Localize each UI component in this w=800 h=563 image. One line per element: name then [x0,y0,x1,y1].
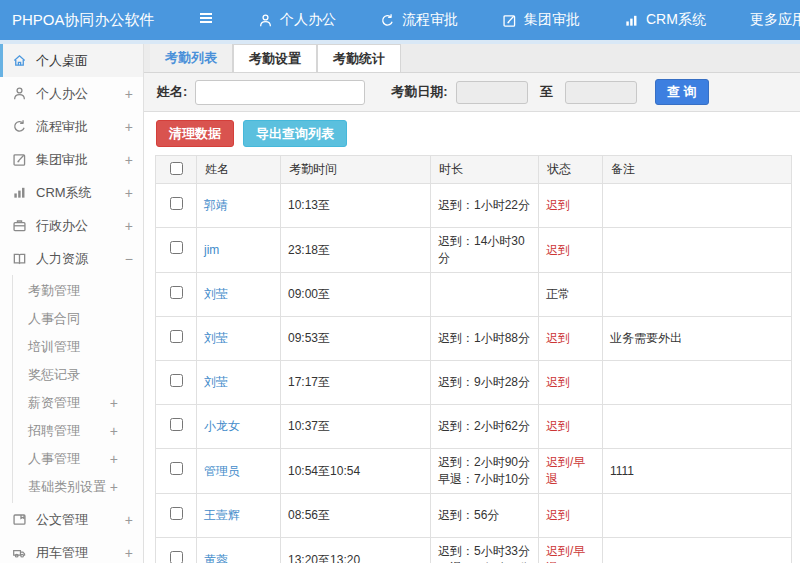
row-checkbox[interactable] [170,286,183,299]
row-select-cell [156,449,197,494]
duration-cell: 迟到：5小时33分早退：4小时67分 [431,538,539,563]
employee-name-link[interactable]: 刘莹 [204,287,228,301]
remark-cell [603,361,792,405]
status-cell: 正常 [539,273,603,317]
duration-line: 迟到：1小时22分 [438,197,531,214]
remark-cell: 1111 [603,449,792,494]
row-select-cell [156,273,197,317]
sidebar-subitem-label: 薪资管理 [28,394,80,412]
sidebar-toggle-button[interactable] [198,11,214,29]
date-from-input[interactable] [456,81,528,104]
sidebar-subitem-personnel-management[interactable]: 人事管理 + [13,445,143,473]
sidebar-subitem-base-category-settings[interactable]: 基础类别设置 + [13,473,143,501]
nav-process-approval[interactable]: 流程审批 [380,11,458,29]
duration-cell: 迟到：9小时28分 [431,361,539,405]
expand-plus-icon[interactable]: + [110,395,118,411]
sidebar-item-human-resources[interactable]: 人力资源 − [0,242,143,275]
sidebar-item-label: 个人办公 [36,85,88,103]
row-checkbox[interactable] [170,418,183,431]
row-checkbox[interactable] [170,551,183,563]
clean-data-button[interactable]: 清理数据 [156,120,234,147]
status-cell: 迟到 [539,361,603,405]
tab-attendance-statistics[interactable]: 考勤统计 [317,44,401,72]
sidebar-subitem-training-management[interactable]: 培训管理 [13,333,143,361]
export-list-button[interactable]: 导出查询列表 [243,120,347,147]
duration-line: 迟到：9小时28分 [438,374,531,391]
expand-plus-icon[interactable]: + [110,451,118,467]
sidebar-item-personal-office[interactable]: 个人办公 + [0,77,143,110]
employee-name-link[interactable]: 黄蓉 [204,553,228,563]
status-badge: 迟到/早退 [546,455,585,486]
attendance-table-wrap: 姓名 考勤时间 时长 状态 备注 郭靖10:13至迟到：1小时22分迟到jim2… [144,155,800,563]
name-filter-input[interactable] [195,80,365,105]
nav-personal-office[interactable]: 个人办公 [258,11,336,29]
row-checkbox[interactable] [170,462,183,475]
row-checkbox[interactable] [170,330,183,343]
expand-plus-icon[interactable]: + [125,119,133,135]
process-icon [380,13,395,28]
employee-name-link[interactable]: 刘莹 [204,375,228,389]
tab-attendance-list[interactable]: 考勤列表 [150,44,233,72]
employee-name-link[interactable]: 管理员 [204,464,240,478]
sidebar-subitem-reward-punishment[interactable]: 奖惩记录 [13,361,143,389]
employee-name-link[interactable]: jim [204,243,219,257]
select-all-cell [156,156,197,184]
tab-attendance-settings[interactable]: 考勤设置 [233,44,317,72]
duration-line: 迟到：5小时33分 [438,543,531,560]
row-checkbox[interactable] [170,507,183,520]
row-checkbox[interactable] [170,197,183,210]
expand-plus-icon[interactable]: + [125,86,133,102]
expand-plus-icon[interactable]: + [125,185,133,201]
sidebar-subitem-label: 人事合同 [28,310,80,328]
collapse-minus-icon[interactable]: − [125,251,133,267]
duration-cell: 迟到：1小时88分 [431,317,539,361]
sidebar-subitem-label: 基础类别设置 [28,478,106,496]
status-cell: 迟到 [539,228,603,273]
remark-cell [603,494,792,538]
expand-plus-icon[interactable]: + [125,152,133,168]
sidebar-subitem-recruitment-management[interactable]: 招聘管理 + [13,417,143,445]
sidebar-item-document-management[interactable]: 公文管理 + [0,503,143,536]
sidebar-subitem-label: 培训管理 [28,338,80,356]
sidebar-item-admin-office[interactable]: 行政办公 + [0,209,143,242]
sidebar-item-personal-desktop[interactable]: 个人桌面 [0,44,143,77]
select-all-checkbox[interactable] [170,162,183,175]
sidebar-item-label: 用车管理 [36,544,88,562]
date-to-input[interactable] [565,81,637,104]
expand-plus-icon[interactable]: + [125,218,133,234]
employee-name-link[interactable]: 郭靖 [204,198,228,212]
nav-crm-system[interactable]: CRM系统 [624,11,706,29]
process-icon [12,119,28,134]
row-checkbox[interactable] [170,241,183,254]
status-badge: 迟到 [546,508,570,522]
name-cell: 黄蓉 [197,538,281,563]
nav-group-approval[interactable]: 集团审批 [502,11,580,29]
nav-more-apps[interactable]: 更多应用 [750,11,800,29]
employee-name-link[interactable]: 小龙女 [204,419,240,433]
sidebar-subitem-label: 招聘管理 [28,422,80,440]
sidebar-item-vehicle-management[interactable]: 用车管理 + [0,536,143,563]
sidebar-subitem-salary-management[interactable]: 薪资管理 + [13,389,143,417]
sidebar-item-label: 集团审批 [36,151,88,169]
name-label: 姓名: [157,83,187,101]
search-button[interactable]: 查 询 [655,79,709,105]
action-toolbar: 清理数据 导出查询列表 [144,112,800,155]
sidebar-item-label: CRM系统 [36,184,92,202]
status-badge: 迟到 [546,331,570,345]
sidebar-subitem-attendance-management[interactable]: 考勤管理 [13,277,143,305]
row-select-cell [156,184,197,228]
sidebar-item-crm-system[interactable]: CRM系统 + [0,176,143,209]
sidebar-subitem-personnel-contract[interactable]: 人事合同 [13,305,143,333]
employee-name-link[interactable]: 王壹辉 [204,508,240,522]
duration-cell: 迟到：14小时30分 [431,228,539,273]
expand-plus-icon[interactable]: + [110,479,118,495]
employee-name-link[interactable]: 刘莹 [204,331,228,345]
chart-icon [12,185,28,200]
row-checkbox[interactable] [170,374,183,387]
expand-plus-icon[interactable]: + [110,423,118,439]
sidebar-item-group-approval[interactable]: 集团审批 + [0,143,143,176]
attendance-time-cell: 09:00至 [281,273,431,317]
expand-plus-icon[interactable]: + [125,545,133,561]
expand-plus-icon[interactable]: + [125,512,133,528]
sidebar-item-process-approval[interactable]: 流程审批 + [0,110,143,143]
